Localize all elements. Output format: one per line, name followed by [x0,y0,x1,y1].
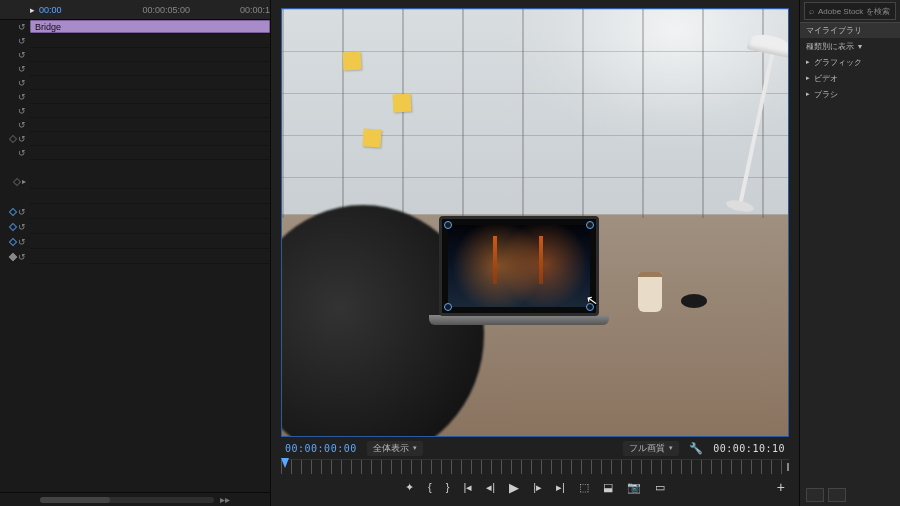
category-brush[interactable]: ▸ブラシ [800,86,900,102]
keyframe-diamond-icon[interactable] [9,135,17,143]
zoom-dropdown[interactable]: 全体表示▾ [367,441,423,456]
chevron-down-icon: ▾ [669,444,673,452]
clip-bar[interactable]: Bridge [30,20,270,33]
category-graphic[interactable]: ▸グラフィック [800,54,900,70]
ruler-mark: 00:00:05:00 [142,5,190,15]
keyframe-diamond-icon[interactable] [9,222,17,230]
reset-icon[interactable]: ↺ [18,148,26,158]
bridge-overlay[interactable] [448,225,590,307]
reset-icon[interactable]: ↺ [18,252,26,262]
scrollbar-thumb[interactable] [40,497,110,503]
preview-scene: ↖ [282,9,788,436]
effect-controls-panel: ▸ 00:00 00:00:05:00 00:00:1 ↺ Bridge ↺ ↺… [0,0,270,506]
playhead-timecode: 00:00 [39,5,62,15]
reset-icon[interactable]: ↺ [18,92,26,102]
mark-out-bracket-button[interactable]: } [446,481,450,493]
category-video[interactable]: ▸ビデオ [800,70,900,86]
timeline-ruler[interactable]: ▸ 00:00 00:00:05:00 00:00:1 [0,0,270,20]
duration-timecode: 00:00:10:10 [713,443,785,454]
go-to-out-button[interactable]: ▸| [556,481,565,494]
reset-icon[interactable]: ↺ [18,207,26,217]
keyframe-diamond-icon[interactable] [9,207,17,215]
reset-icon[interactable]: ↺ [18,36,26,46]
lift-button[interactable]: ⬚ [579,481,589,494]
play-icon: ▸ [30,5,35,15]
mark-in-bracket-button[interactable]: { [428,481,432,493]
chevron-down-icon: ▾ [858,42,862,51]
reset-icon[interactable]: ↺ [18,78,26,88]
reset-icon[interactable]: ↺ [18,237,26,247]
keyframe-diamond-icon[interactable] [9,252,17,260]
scrub-bar[interactable] [281,459,789,474]
play-button[interactable]: ▶ [509,480,519,495]
chevron-down-icon: ▾ [413,444,417,452]
comparison-view-button[interactable]: ▭ [655,481,665,494]
libraries-panel: ⌕ Adobe Stock を検索 マイライブラリ 種類別に表示 ▾ ▸グラフィ… [800,0,900,506]
sort-dropdown[interactable]: 種類別に表示 ▾ [800,38,900,54]
reset-icon[interactable]: ↺ [18,222,26,232]
settings-wrench-icon[interactable]: 🔧 [689,442,703,455]
cursor-icon: ↖ [584,291,599,309]
playhead-icon[interactable] [281,458,289,468]
out-point-icon[interactable] [779,463,789,471]
reset-icon[interactable]: ↺ [18,50,26,60]
reset-icon[interactable]: ↺ [18,134,26,144]
stock-search-input[interactable]: ⌕ Adobe Stock を検索 [804,2,896,20]
current-timecode[interactable]: 00:00:00:00 [285,443,357,454]
go-to-in-button[interactable]: |◂ [463,481,472,494]
extract-button[interactable]: ⬓ [603,481,613,494]
mouse-prop [681,294,707,308]
program-monitor: ↖ 00:00:00:00 全体表示▾ フル画質▾ 🔧 00:00:10:10 … [270,0,800,506]
mark-in-button[interactable]: ✦ [405,481,414,494]
search-placeholder: Adobe Stock を検索 [818,6,890,17]
keyframe-diamond-icon[interactable] [9,237,17,245]
selection-handle[interactable] [586,221,594,229]
reset-icon[interactable]: ↺ [18,106,26,116]
ruler-end: 00:00:1 [240,5,270,15]
chevron-right-icon: ▸ [806,58,810,66]
selection-handle[interactable] [444,303,452,311]
monitor-viewport[interactable]: ↖ [281,8,789,437]
monitor-info-bar: 00:00:00:00 全体表示▾ フル画質▾ 🔧 00:00:10:10 [281,437,789,459]
chevron-right-icon: ▸ [806,74,810,82]
library-thumb[interactable] [806,488,824,502]
horizontal-scrollbar[interactable]: ▸▸ [0,492,270,506]
selection-handle[interactable] [444,221,452,229]
reset-icon[interactable]: ↺ [18,120,26,130]
chevron-right-icon[interactable]: ▸▸ [220,494,230,505]
keyframe-diamond-icon[interactable] [13,177,21,185]
step-back-button[interactable]: ◂| [486,481,495,494]
laptop-prop [429,216,609,325]
quality-dropdown[interactable]: フル画質▾ [623,441,679,456]
clip-track: ↺ Bridge [0,20,270,34]
library-thumb[interactable] [828,488,846,502]
my-library-tab[interactable]: マイライブラリ [800,22,900,38]
transport-controls: ✦ { } |◂ ◂| ▶ |▸ ▸| ⬚ ⬓ 📷 ▭ + [281,474,789,500]
chevron-right-icon: ▸ [806,90,810,98]
reset-icon[interactable]: ↺ [18,22,26,32]
step-forward-button[interactable]: |▸ [533,481,542,494]
library-thumbnails [800,486,900,506]
play-icon: ▸ [22,177,26,186]
add-button[interactable]: + [777,479,785,495]
export-frame-button[interactable]: 📷 [627,481,641,494]
search-icon: ⌕ [809,6,814,16]
cup-prop [638,272,662,312]
reset-icon[interactable]: ↺ [18,64,26,74]
